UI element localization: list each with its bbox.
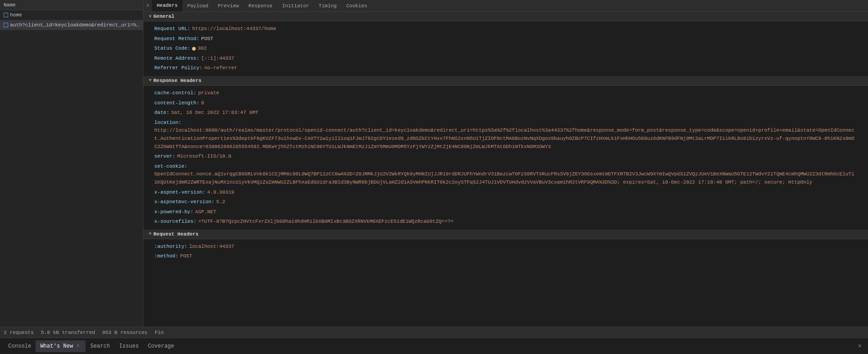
request-item-auth[interactable]: auth?client_id=keycloakdemo&redirect_uri… <box>0 20 143 30</box>
request-icon <box>4 13 8 17</box>
tab-initiator[interactable]: Initiator <box>278 0 314 11</box>
bottom-right-controls: × <box>855 342 864 351</box>
whats-new-close-button[interactable]: × <box>75 343 81 349</box>
left-panel: Name home auth?client_id=keycloakdemo&re… <box>0 0 143 327</box>
response-headers-section: ▼ Response Headers cache-control: privat… <box>143 76 868 230</box>
bottom-tab-search[interactable]: Search <box>86 340 114 352</box>
tab-cookies[interactable]: Cookies <box>342 0 372 11</box>
header-row-set-cookie: set-cookie: OpenIdConnect.nonce.aQ1vrqgC… <box>143 162 868 188</box>
general-section-body: Request URL: https://localhost:44337/hom… <box>143 21 868 76</box>
header-row-req-method: :method: POST <box>143 251 868 262</box>
general-section-header[interactable]: ▼ General <box>143 12 868 21</box>
header-row-x-sourcefiles: x-sourcefiles: =?UTF-8?B?QzpcZHVtcFxrZXl… <box>143 217 868 227</box>
request-icon <box>4 23 8 27</box>
tab-headers[interactable]: Headers <box>152 0 183 11</box>
request-headers-section: ▼ Request Headers :authority: localhost:… <box>143 230 868 264</box>
header-row-location: location: http://localhost:8080/auth/rea… <box>143 118 868 152</box>
name-column-header: Name <box>0 0 143 10</box>
tab-timing[interactable]: Timing <box>314 0 342 11</box>
right-panel: × Headers Payload Preview Response Initi… <box>143 0 868 327</box>
bottom-tabs: Console What's New × Search Issues Cover… <box>0 338 868 354</box>
header-row-remote: Remote Address: [::1]:44337 <box>143 54 868 64</box>
devtools-close-button[interactable]: × <box>855 342 864 351</box>
response-headers-arrow: ▼ <box>149 78 152 83</box>
general-arrow: ▼ <box>149 14 152 19</box>
header-row-x-powered-by: x-powered-by: ASP.NET <box>143 207 868 217</box>
request-count: 2 requests <box>4 330 34 335</box>
finish-time: Fin <box>155 330 164 335</box>
bottom-tab-console[interactable]: Console <box>4 340 36 352</box>
header-row-x-aspnetmvc: x-aspnetmvc-version: 5.2 <box>143 197 868 207</box>
request-item-home[interactable]: home <box>0 10 143 20</box>
header-row-date: date: Sat, 10 Dec 2022 17:03:47 GMT <box>143 108 868 118</box>
status-dot <box>192 47 196 51</box>
headers-content: ▼ General Request URL: https://localhost… <box>143 12 868 327</box>
resources-size: 953 B resources <box>102 330 147 335</box>
header-row-content-length: content-length: 0 <box>143 98 868 108</box>
header-row-x-aspnet: x-aspnet-version: 4.0.30319 <box>143 188 868 198</box>
transferred-size: 5.8 kB transferred <box>41 330 95 335</box>
response-headers-body: cache-control: private content-length: 0… <box>143 86 868 230</box>
tabs-bar: × Headers Payload Preview Response Initi… <box>143 0 868 12</box>
bottom-tab-coverage[interactable]: Coverage <box>143 340 179 352</box>
header-row-server: server: Microsoft-IIS/10.0 <box>143 152 868 162</box>
header-row-method: Request Method: POST <box>143 34 868 44</box>
bottom-tab-issues[interactable]: Issues <box>115 340 143 352</box>
status-bar: 2 requests 5.8 kB transferred 953 B reso… <box>0 327 868 338</box>
request-headers-section-header[interactable]: ▼ Request Headers <box>143 230 868 239</box>
bottom-tab-whats-new[interactable]: What's New × <box>36 340 86 352</box>
tab-response[interactable]: Response <box>244 0 278 11</box>
request-headers-arrow: ▼ <box>149 231 152 236</box>
header-row-cache-control: cache-control: private <box>143 88 868 98</box>
request-headers-body: :authority: localhost:44337 :method: POS… <box>143 239 868 264</box>
header-row-status: Status Code: 302 <box>143 44 868 54</box>
request-list: home auth?client_id=keycloakdemo&redirec… <box>0 10 143 327</box>
tab-preview[interactable]: Preview <box>213 0 244 11</box>
tab-payload[interactable]: Payload <box>183 0 213 11</box>
header-row-authority: :authority: localhost:44337 <box>143 242 868 252</box>
header-row-url: Request URL: https://localhost:44337/hom… <box>143 24 868 34</box>
response-headers-section-header[interactable]: ▼ Response Headers <box>143 76 868 86</box>
tab-close-button[interactable]: × <box>143 0 152 11</box>
general-section: ▼ General Request URL: https://localhost… <box>143 12 868 76</box>
header-row-referrer: Referrer Policy: no-referrer <box>143 63 868 73</box>
